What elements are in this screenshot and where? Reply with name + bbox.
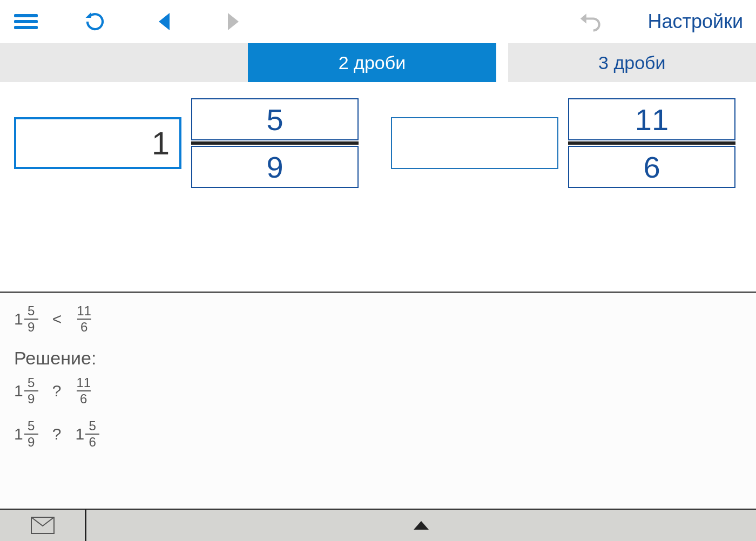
- step-fraction: 116: [75, 376, 91, 405]
- solution-step-row: 1 59 ? 1 56: [14, 420, 742, 449]
- step-operator: ?: [49, 425, 65, 443]
- step-fraction: 1 59: [14, 376, 38, 405]
- fraction-bar: [191, 141, 359, 145]
- chevron-up-icon: [414, 521, 429, 530]
- numerator-input-2[interactable]: 11: [568, 98, 735, 140]
- solution-panel: 1 59 < 116 Решение: 1 59 ? 116 1 59 ? 1 …: [0, 292, 756, 509]
- menu-icon: [14, 11, 38, 32]
- tab-bar: 2 дроби 3 дроби: [0, 43, 756, 82]
- step-fraction: 1 59: [14, 420, 38, 449]
- step-operator: ?: [49, 382, 65, 400]
- solution-step-row: 1 59 ? 116: [14, 376, 742, 405]
- prev-button[interactable]: [151, 9, 177, 35]
- fraction-1: 1 5 9: [14, 98, 359, 188]
- reload-button[interactable]: [82, 9, 108, 35]
- answer-operator: <: [49, 310, 65, 328]
- mail-icon: [31, 517, 55, 534]
- mail-button[interactable]: [0, 510, 86, 541]
- denominator-input-1[interactable]: 9: [191, 146, 359, 188]
- chevron-right-icon: [226, 13, 240, 30]
- undo-button[interactable]: [578, 9, 604, 35]
- undo-icon: [579, 10, 603, 33]
- fraction-bar: [568, 141, 735, 145]
- toolbar: Настройки: [0, 0, 756, 43]
- tab-two-fractions[interactable]: 2 дроби: [248, 43, 496, 82]
- whole-input-2[interactable]: [391, 117, 558, 169]
- solution-label: Решение:: [14, 348, 742, 369]
- next-button[interactable]: [220, 9, 246, 35]
- answer-left-fraction: 1 59: [14, 305, 38, 334]
- settings-link[interactable]: Настройки: [647, 10, 743, 33]
- chevron-left-icon: [157, 13, 171, 30]
- tab-three-fractions[interactable]: 3 дроби: [508, 43, 756, 82]
- bottom-bar: [0, 509, 756, 541]
- step-fraction: 1 56: [75, 420, 99, 449]
- fraction-2: 11 6: [391, 98, 735, 188]
- fraction-input-area: 1 5 9 11 6: [0, 82, 756, 188]
- menu-button[interactable]: [13, 9, 39, 35]
- solution-answer-row: 1 59 < 116: [14, 305, 742, 334]
- tab-spacer: [0, 43, 248, 82]
- expand-button[interactable]: [86, 510, 756, 541]
- reload-icon: [84, 10, 106, 33]
- denominator-input-2[interactable]: 6: [568, 146, 735, 188]
- numerator-input-1[interactable]: 5: [191, 98, 359, 140]
- answer-right-fraction: 116: [76, 305, 91, 334]
- whole-input-1[interactable]: 1: [14, 117, 181, 169]
